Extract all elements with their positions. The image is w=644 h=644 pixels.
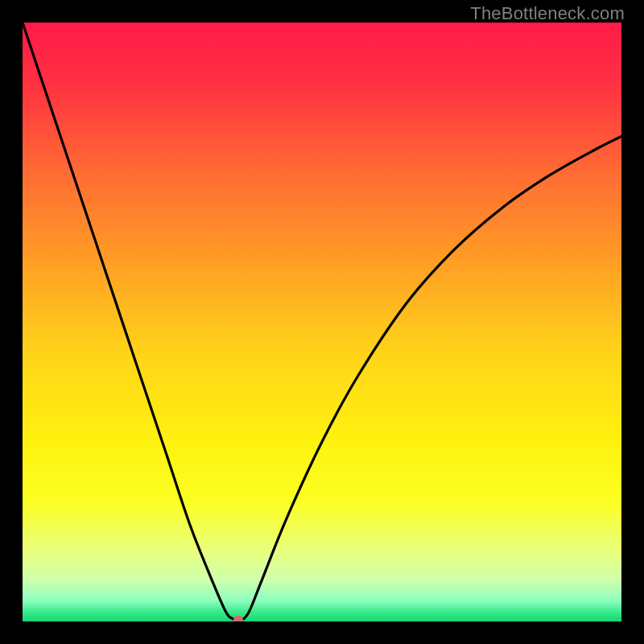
plot-area (23, 23, 621, 621)
watermark-label: TheBottleneck.com (470, 3, 625, 24)
outer-frame: TheBottleneck.com (0, 0, 644, 644)
min-marker (233, 616, 243, 621)
curve-svg (23, 23, 621, 621)
bottleneck-curve (23, 23, 621, 620)
